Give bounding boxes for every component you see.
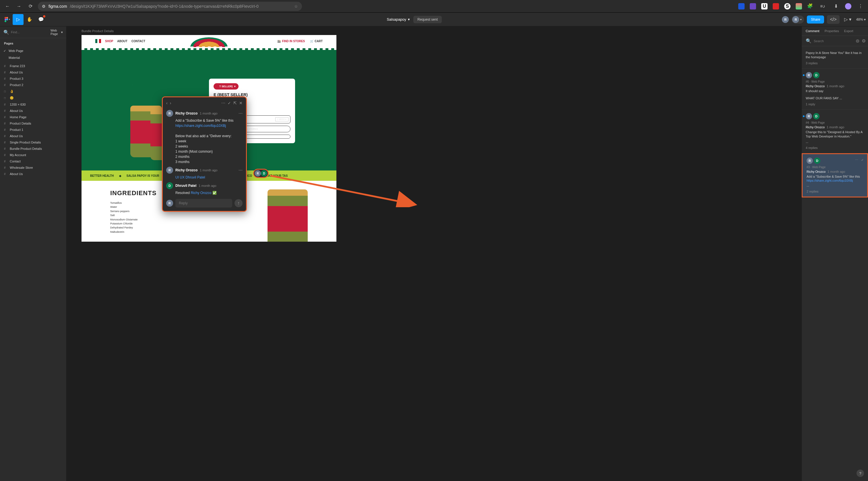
present-button[interactable]: ▷ ▾ [842,14,854,25]
next-comment-icon[interactable]: › [170,101,172,105]
nav-about[interactable]: ABOUT [117,40,127,43]
more-options-icon[interactable]: ⋯ [221,101,225,105]
browser-menu-icon[interactable]: ⋮ [857,2,865,10]
comment-author: Dhruvil Patel [175,184,196,188]
ext-icon-5[interactable]: S [784,3,790,9]
frame-label[interactable]: Bundle Product Details [82,29,114,33]
layer-item[interactable]: □😊 [0,95,66,101]
resolve-icon[interactable]: ✓ [228,101,231,105]
site-info-icon[interactable]: ⚙ [42,4,45,9]
collaborator-avatar-r[interactable]: R [782,16,789,23]
user-mention[interactable]: Richy Orozco [191,191,211,195]
comment-card-4[interactable]: R D #4 · Web Page Richy Orozco 1 month a… [802,109,868,153]
reload-button[interactable]: ⟳ [26,2,34,10]
find-in-stores-link[interactable]: 🏬 FIND IN STORES [277,40,305,43]
figma-menu-button[interactable]: ▾ [2,14,12,25]
layer-item[interactable]: #About Us [0,133,66,139]
unread-indicator [803,74,805,76]
sort-icon[interactable]: ⊜ [856,38,859,44]
filter-icon[interactable]: ⚙ [862,38,866,44]
week-select[interactable]: 1 WEEK ▾ [275,117,288,121]
ext-icon-4[interactable] [773,3,779,9]
card-avatar-r: R [806,72,812,78]
nav-shop[interactable]: SHOP [105,40,113,43]
tab-comment[interactable]: Comment [806,29,819,33]
comment-more-icon[interactable]: ⋯ [239,168,243,172]
dev-mode-button[interactable]: </> [827,15,839,24]
layer-item[interactable]: #About Us [0,69,66,75]
layer-item[interactable]: #Contact [0,158,66,164]
ingredient-item: Dehydrated Parsley [110,226,156,230]
layer-item[interactable]: #About Us [0,171,66,177]
layer-item[interactable]: #1200 × 630 [0,101,66,108]
close-icon[interactable]: ✕ [239,101,243,105]
ingredient-item: Serrano peppers [110,209,156,213]
nav-contact[interactable]: CONTACT [131,40,145,43]
tab-properties[interactable]: Properties [825,29,839,33]
card-avatar-d: D [814,158,820,164]
playlist-icon[interactable]: ≡♪ [818,2,827,10]
comment-more-icon[interactable]: ⋯ [239,111,243,116]
hand-tool-button[interactable]: ✋ [24,14,35,25]
move-tool-button[interactable]: ▷ [12,14,24,25]
ext-icon-1[interactable] [738,3,745,9]
layer-item[interactable]: #My Account [0,152,66,158]
request-status-pill[interactable]: Request sent [413,16,442,23]
tab-export[interactable]: Export [844,29,854,33]
help-button[interactable]: ? [857,470,864,477]
card-link[interactable]: https://share.zight.com/6qu10XBj [807,179,863,182]
comment-pin[interactable]: R D [253,169,269,178]
resolve-icon[interactable]: ✓ [861,158,864,162]
page-item-web-page[interactable]: Web Page [0,47,66,54]
bookmark-star-icon[interactable]: ☆ [294,4,298,9]
send-reply-button[interactable]: ↑ [235,199,243,207]
comment-search-input[interactable] [814,39,854,43]
comment-card-truncated[interactable]: Papoy In A Store Near You" like it has i… [802,46,868,69]
prev-comment-icon[interactable]: ‹ [166,101,167,105]
dock-icon[interactable]: ⇱ [234,101,237,105]
user-mention[interactable]: UI UX Dhruvil Patel [175,175,205,180]
layer-item[interactable]: #About Us [0,108,66,114]
layer-item[interactable]: #Product 1 [0,127,66,133]
comment-author: Richy Orozco [175,168,197,172]
back-button[interactable]: ← [3,2,11,10]
ingredient-item: Potassium Chloride [110,222,156,226]
find-input[interactable] [11,30,51,34]
layer-item[interactable]: #Frame 223 [0,63,66,69]
cart-link[interactable]: 🛒 CART [310,40,322,43]
url-bar[interactable]: ⚙ figma.com/design/t1KXjF73iWFxVvU3HQ7w1… [38,2,302,11]
chevron-down-icon[interactable]: ▾ [234,85,236,88]
file-name[interactable]: Salsapapoy ▾ [386,17,410,22]
comment-card-6[interactable]: R D #6 · Web Page Richy Orozco 1 month a… [802,69,868,109]
share-button[interactable]: Share [807,15,824,24]
comment-timestamp: 1 month ago [200,111,217,115]
profile-avatar[interactable] [845,3,851,9]
comment-tool-button[interactable]: 💬 [36,14,46,25]
reply-input[interactable] [175,199,232,207]
ext-icon-3[interactable]: U [761,3,768,9]
page-item-material[interactable]: Material [0,54,66,61]
layer-item[interactable]: □👌 [0,88,66,95]
ext-icon-2[interactable] [750,3,756,9]
user-avatar[interactable]: R [792,16,799,23]
comment-link[interactable]: https://share.zight.com/6qu10XBj [175,123,243,128]
mexico-flag-icon [95,39,101,43]
comment-card-3-selected[interactable]: R D ⋯ ✓ #3 · Web Page Richy Orozco 1 mon… [802,153,868,197]
layer-item[interactable]: #Product 3 [0,75,66,82]
download-icon[interactable]: ⬇ [832,2,840,10]
layer-item[interactable]: #Bundle Product Details [0,146,66,152]
canvas[interactable]: Bundle Product Details SHOP ABOUT CONTAC… [67,26,801,481]
layer-item[interactable]: #Wholesale Store [0,164,66,171]
layer-item[interactable]: #Home Page [0,114,66,120]
more-icon[interactable]: ⋯ [855,158,858,162]
layer-item[interactable]: #Product Details [0,120,66,127]
chevron-down-icon[interactable]: ▾ [800,18,802,21]
zoom-level[interactable]: 48% ▾ [856,18,866,22]
layer-item[interactable]: #Product 2 [0,82,66,88]
layer-item[interactable]: #Single Product Details [0,139,66,146]
ext-icon-6[interactable] [796,3,802,9]
browser-chrome: ← → ⟳ ⚙ figma.com/design/t1KXjF73iWFxVvU… [0,0,868,12]
forward-button[interactable]: → [15,2,23,10]
extensions-puzzle-icon[interactable]: 🧩 [807,3,813,9]
page-selector[interactable]: Web Page ▾ [51,29,63,36]
